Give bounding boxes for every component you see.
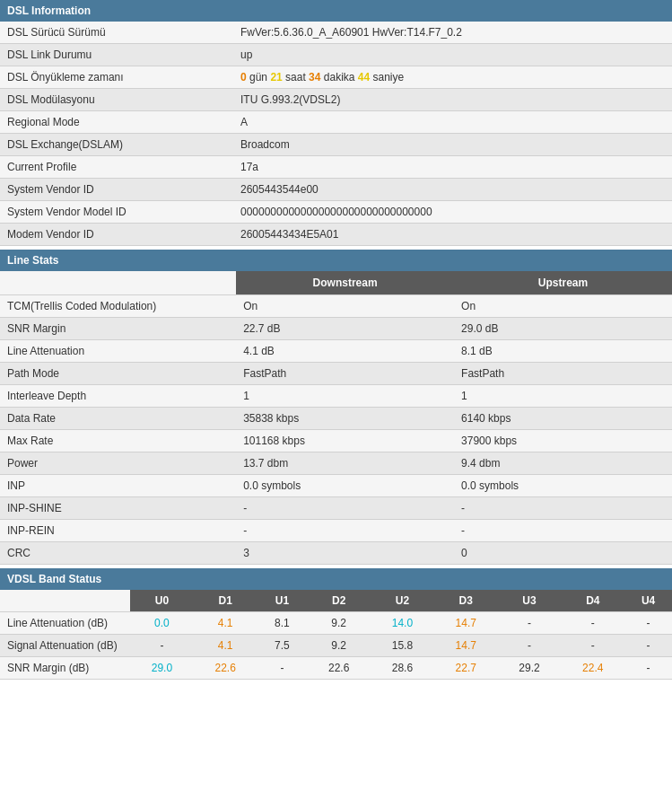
dsl-info-row: Regional ModeA: [0, 111, 672, 134]
stats-upstream: 0: [454, 542, 672, 565]
line-stats-title: Line Stats: [7, 254, 58, 267]
stats-label: Data Rate: [0, 408, 236, 430]
dsl-info-row: DSL Önyükleme zamanı0 gün 21 saat 34 dak…: [0, 66, 672, 89]
band-row-label: SNR Margin (dB): [0, 657, 130, 680]
dsl-info-value: 26005443434E5A01: [233, 224, 672, 246]
dsl-info-section: DSL Information DSL Sürücü SürümüFwVer:5…: [0, 0, 672, 246]
vdsl-band-title: VDSL Band Status: [7, 573, 101, 585]
dsl-info-value: up: [233, 44, 672, 66]
line-stats-row: Path ModeFastPathFastPath: [0, 363, 672, 385]
stats-downstream: FastPath: [236, 363, 454, 385]
dsl-info-label: DSL Sürücü Sürümü: [0, 22, 233, 44]
band-cell: 9.2: [307, 635, 371, 657]
band-col-D1: D1: [194, 590, 257, 612]
stats-downstream: 35838 kbps: [236, 408, 454, 430]
stats-downstream: 4.1 dB: [236, 340, 454, 363]
band-cell: 9.2: [307, 612, 371, 635]
dsl-info-value: 17a: [233, 156, 672, 179]
band-col-D2: D2: [307, 590, 371, 612]
band-cell: 15.8: [371, 635, 434, 657]
dsl-info-label: DSL Önyükleme zamanı: [0, 66, 233, 89]
dsl-info-label: System Vendor Model ID: [0, 201, 233, 224]
line-stats-row: INP-SHINE--: [0, 497, 672, 520]
band-row: Line Attenuation (dB)0.04.18.19.214.014.…: [0, 612, 672, 635]
dsl-info-header: DSL Information: [0, 0, 672, 22]
stats-col-upstream: Upstream: [454, 271, 672, 295]
stats-label: SNR Margin: [0, 318, 236, 340]
band-cell: 28.6: [371, 657, 434, 680]
band-cell: 22.7: [434, 657, 498, 680]
dsl-info-label: Current Profile: [0, 156, 233, 179]
line-stats-row: Line Attenuation4.1 dB8.1 dB: [0, 340, 672, 363]
stats-downstream: 0.0 symbols: [236, 475, 454, 497]
dsl-info-label: Regional Mode: [0, 111, 233, 134]
stats-downstream: 1: [236, 385, 454, 408]
band-cell: -: [624, 657, 672, 680]
stats-upstream: -: [454, 520, 672, 542]
dsl-info-label: DSL Exchange(DSLAM): [0, 134, 233, 156]
band-cell: -: [624, 635, 672, 657]
stats-downstream: -: [236, 520, 454, 542]
line-stats-row: TCM(Trellis Coded Modulation)OnOn: [0, 295, 672, 318]
line-stats-row: SNR Margin22.7 dB29.0 dB: [0, 318, 672, 340]
dsl-info-row: DSL Exchange(DSLAM)Broadcom: [0, 134, 672, 156]
stats-label: Max Rate: [0, 430, 236, 452]
band-row: SNR Margin (dB)29.022.6-22.628.622.729.2…: [0, 657, 672, 680]
dsl-info-label: Modem Vendor ID: [0, 224, 233, 246]
band-row-label: Line Attenuation (dB): [0, 612, 130, 635]
stats-label: Path Mode: [0, 363, 236, 385]
dsl-info-row: DSL Link Durumuup: [0, 44, 672, 66]
band-row-label: Signal Attenuation (dB): [0, 635, 130, 657]
band-col-label: [0, 590, 130, 612]
dsl-info-row: System Vendor ID2605443544e00: [0, 179, 672, 201]
band-cell: 22.4: [561, 657, 624, 680]
line-stats-row: Max Rate101168 kbps37900 kbps: [0, 430, 672, 452]
stats-upstream: 0.0 symbols: [454, 475, 672, 497]
stats-label: Power: [0, 452, 236, 475]
dsl-info-label: DSL Link Durumu: [0, 44, 233, 66]
stats-label: INP: [0, 475, 236, 497]
line-stats-section: Line Stats Downstream Upstream TCM(Trell…: [0, 250, 672, 565]
dsl-info-value: A: [233, 111, 672, 134]
band-col-U0: U0: [130, 590, 194, 612]
stats-upstream: 29.0 dB: [454, 318, 672, 340]
vdsl-band-section: VDSL Band Status U0D1U1D2U2D3U3D4U4 Line…: [0, 568, 672, 680]
stats-upstream: 37900 kbps: [454, 430, 672, 452]
line-stats-header: Line Stats: [0, 250, 672, 271]
dsl-info-title: DSL Information: [7, 4, 91, 17]
dsl-info-row: Modem Vendor ID26005443434E5A01: [0, 224, 672, 246]
stats-upstream: 6140 kbps: [454, 408, 672, 430]
band-col-U3: U3: [498, 590, 562, 612]
stats-downstream: 22.7 dB: [236, 318, 454, 340]
stats-upstream: FastPath: [454, 363, 672, 385]
dsl-info-label: System Vendor ID: [0, 179, 233, 201]
stats-col-label: [0, 271, 236, 295]
line-stats-row: CRC30: [0, 542, 672, 565]
stats-upstream: 9.4 dbm: [454, 452, 672, 475]
band-cell: -: [561, 635, 624, 657]
stats-label: Line Attenuation: [0, 340, 236, 363]
band-col-D4: D4: [561, 590, 624, 612]
band-col-U2: U2: [371, 590, 434, 612]
dsl-info-value: 00000000000000000000000000000000: [233, 201, 672, 224]
stats-downstream: 13.7 dbm: [236, 452, 454, 475]
stats-label: CRC: [0, 542, 236, 565]
band-cell: 22.6: [194, 657, 257, 680]
band-cell: -: [561, 612, 624, 635]
dsl-info-row: System Vendor Model ID000000000000000000…: [0, 201, 672, 224]
band-cell: 4.1: [194, 612, 257, 635]
stats-upstream: -: [454, 497, 672, 520]
dsl-info-row: Current Profile17a: [0, 156, 672, 179]
band-cell: -: [498, 635, 562, 657]
dsl-info-value: 0 gün 21 saat 34 dakika 44 saniye: [233, 66, 672, 89]
line-stats-row: INP-REIN--: [0, 520, 672, 542]
dsl-info-value: 2605443544e00: [233, 179, 672, 201]
stats-downstream: 3: [236, 542, 454, 565]
stats-upstream: On: [454, 295, 672, 318]
band-cell: -: [624, 612, 672, 635]
dsl-info-value: FwVer:5.6.36.0_A_A60901 HwVer:T14.F7_0.2: [233, 22, 672, 44]
vdsl-band-table: U0D1U1D2U2D3U3D4U4 Line Attenuation (dB)…: [0, 590, 672, 680]
band-cell: 0.0: [130, 612, 194, 635]
band-cell: 14.0: [371, 612, 434, 635]
band-cell: 4.1: [194, 635, 257, 657]
